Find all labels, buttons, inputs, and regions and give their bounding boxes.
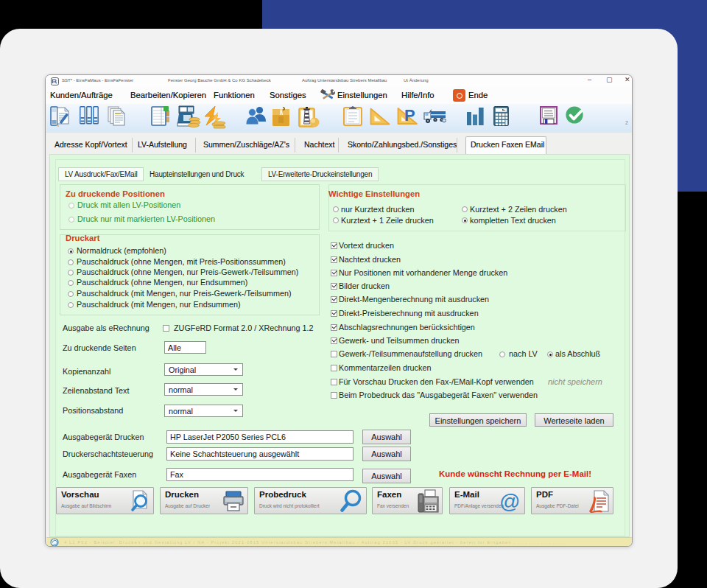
svg-text:P: P <box>404 106 415 125</box>
svg-text:@: @ <box>499 490 520 512</box>
